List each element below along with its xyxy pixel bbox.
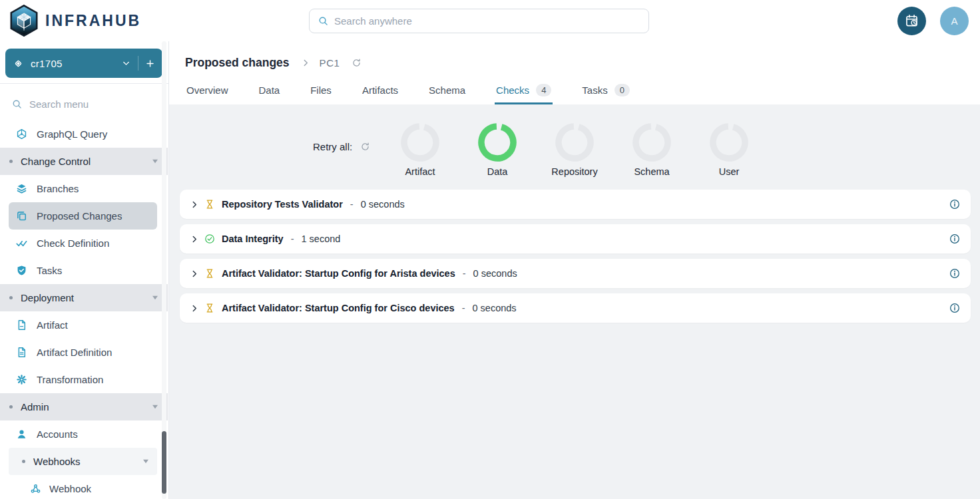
validator-ring-artifact[interactable]: Artifact	[381, 123, 459, 177]
expand-chevron-icon[interactable]	[190, 304, 199, 313]
sidebar-item-artifact[interactable]: Artifact	[0, 311, 168, 339]
branch-selector[interactable]: cr1705	[5, 49, 162, 78]
sidebar-item-label: Check Definition	[37, 238, 109, 249]
menu-search-input[interactable]	[29, 98, 162, 110]
sidebar-group-webhooks[interactable]: Webhooks	[9, 448, 157, 475]
shield-check-icon	[16, 265, 27, 276]
page-header: Proposed changes PC1 OverviewDataFilesAr…	[169, 41, 980, 104]
info-icon[interactable]	[949, 234, 960, 244]
retry-all-label: Retry all:	[313, 141, 352, 152]
gear-icon	[16, 374, 27, 385]
expand-chevron-icon[interactable]	[190, 200, 199, 209]
tab-label: Tasks	[582, 84, 607, 96]
webhook-icon	[30, 483, 41, 494]
sidebar-item-check-definition[interactable]: Check Definition	[0, 230, 168, 257]
collapse-triangle-icon	[152, 295, 158, 301]
global-search-input[interactable]	[334, 15, 640, 27]
user-icon	[16, 428, 27, 440]
branch-name: cr1705	[31, 58, 63, 69]
tab-tasks[interactable]: Tasks0	[581, 75, 631, 104]
sidebar-group-admin[interactable]: Admin	[0, 393, 168, 420]
check-row-artifact-validator-startup-config-for-arista-devices: Artifact Validator: Startup Config for A…	[180, 259, 971, 288]
sidebar-group-label: Webhooks	[33, 456, 81, 467]
expand-chevron-icon[interactable]	[190, 269, 199, 278]
search-icon	[12, 99, 22, 109]
tab-artifacts[interactable]: Artifacts	[361, 75, 399, 104]
chevron-down-icon[interactable]	[122, 59, 130, 68]
retry-all-button[interactable]	[360, 142, 370, 152]
check-row-artifact-validator-startup-config-for-cisco-devices: Artifact Validator: Startup Config for C…	[180, 293, 971, 323]
main-area: Proposed changes PC1 OverviewDataFilesAr…	[169, 41, 980, 499]
sidebar-item-proposed-changes[interactable]: Proposed Changes	[9, 202, 157, 230]
sidebar-scrollbar-thumb[interactable]	[162, 431, 166, 494]
sidebar-item-branches[interactable]: Branches	[0, 175, 168, 202]
sidebar-item-artifact-definition[interactable]: Artifact Definition	[0, 339, 168, 366]
refresh-button[interactable]	[352, 58, 362, 68]
info-icon[interactable]	[949, 268, 960, 279]
sidebar-item-tasks[interactable]: Tasks	[0, 257, 168, 284]
tab-files[interactable]: Files	[309, 75, 333, 104]
progress-ring-icon	[555, 123, 594, 164]
validator-ring-label: Artifact	[405, 166, 435, 177]
validator-ring-data[interactable]: Data	[459, 123, 536, 177]
sidebar-group-deployment[interactable]: Deployment	[0, 284, 168, 311]
search-icon	[318, 16, 328, 26]
sidebar-scrollbar-track	[162, 41, 166, 499]
branch-icon	[13, 59, 23, 69]
validator-ring-user[interactable]: User	[690, 123, 768, 177]
check-title: Artifact Validator: Startup Config for C…	[222, 303, 455, 313]
tab-overview[interactable]: Overview	[185, 75, 230, 104]
tab-schema[interactable]: Schema	[427, 75, 467, 104]
check-duration: 0 seconds	[473, 268, 517, 279]
tab-bar: OverviewDataFilesArtifactsSchemaChecks4T…	[185, 75, 631, 104]
check-duration: 0 seconds	[473, 303, 517, 313]
sidebar-group-label: Change Control	[21, 156, 91, 167]
check-circle-icon	[204, 234, 215, 244]
info-icon[interactable]	[949, 199, 960, 210]
tab-label: Files	[310, 84, 332, 96]
tab-checks[interactable]: Checks4	[495, 75, 553, 104]
progress-ring-icon	[401, 123, 439, 164]
graphql-icon	[16, 128, 27, 140]
info-icon[interactable]	[949, 303, 960, 313]
expand-chevron-icon[interactable]	[190, 235, 199, 244]
app-logo[interactable]: INFRAHUB	[9, 5, 141, 37]
tab-count-badge: 0	[614, 84, 630, 96]
duration-separator: -	[291, 234, 294, 244]
validator-summary: ArtifactDataRepositorySchemaUser	[381, 123, 768, 177]
avatar[interactable]: A	[940, 7, 969, 35]
schedule-button[interactable]	[897, 7, 926, 35]
add-branch-button[interactable]	[146, 59, 154, 68]
sidebar-item-accounts[interactable]: Accounts	[0, 420, 168, 448]
sidebar-item-webhook[interactable]: Webhook	[0, 475, 168, 499]
sidebar-item-graphql-query[interactable]: GraphQL Query	[0, 120, 168, 148]
tab-label: Artifacts	[362, 84, 398, 96]
breadcrumb-item[interactable]: PC1	[320, 57, 340, 69]
sidebar-item-label: Accounts	[37, 428, 78, 440]
bullet-icon	[22, 460, 25, 463]
bullet-icon	[9, 160, 13, 163]
sidebar-group-label: Deployment	[21, 292, 74, 303]
validator-ring-schema[interactable]: Schema	[613, 123, 690, 177]
sidebar-item-label: Proposed Changes	[37, 210, 122, 222]
divider	[138, 56, 138, 71]
sidebar-group-change-control[interactable]: Change Control	[0, 148, 168, 175]
divider	[0, 83, 168, 84]
tab-data[interactable]: Data	[258, 75, 282, 104]
sidebar-item-label: Artifact	[37, 319, 68, 331]
sidebar-item-transformation[interactable]: Transformation	[0, 366, 168, 393]
retry-all: Retry all:	[313, 141, 370, 152]
menu-search[interactable]	[0, 90, 168, 117]
validator-ring-label: Schema	[634, 166, 669, 177]
tab-label: Checks	[496, 84, 529, 96]
validator-ring-repository[interactable]: Repository	[536, 123, 613, 177]
validator-ring-label: Data	[487, 166, 508, 177]
bullet-icon	[9, 296, 13, 299]
layers-icon	[16, 183, 27, 194]
global-search[interactable]	[309, 9, 649, 33]
copy-icon	[16, 210, 27, 222]
progress-ring-icon	[478, 123, 517, 164]
breadcrumb-section[interactable]: Proposed changes	[185, 56, 290, 70]
hourglass-icon	[204, 268, 215, 279]
sidebar-nav: GraphQL QueryChange ControlBranchesPropo…	[0, 120, 168, 499]
